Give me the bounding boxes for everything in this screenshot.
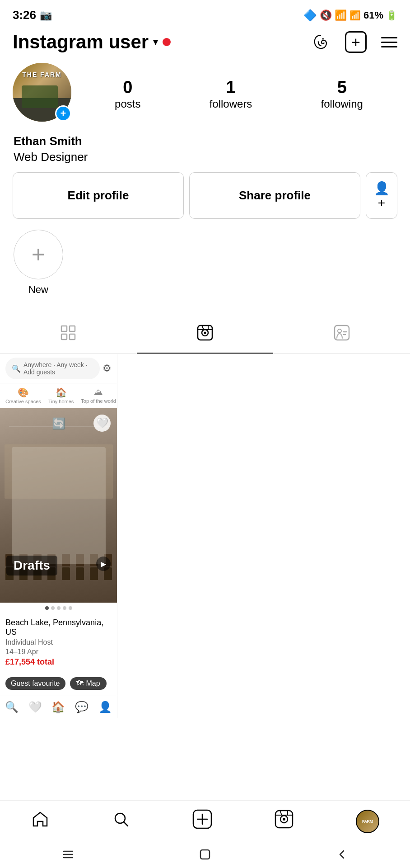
airbnb-messages-icon[interactable]: 💬 — [75, 701, 89, 713]
draft-card: 🔍 Anywhere · Any week · Add guests ⚙ 🎨 C… — [0, 354, 117, 718]
svg-line-14 — [124, 822, 128, 826]
followers-count: 1 — [226, 79, 235, 96]
dot-3 — [57, 606, 61, 610]
svg-line-10 — [202, 326, 204, 330]
airbnb-profile-icon[interactable]: 👤 — [98, 701, 112, 713]
wifi-icon: 📶 — [335, 9, 347, 21]
status-bar: 3:26 📷 🔷 🔇 📶 📶 61% 🔋 — [0, 0, 410, 27]
profile-nav-img: FARM — [362, 819, 373, 824]
header-icons: + — [311, 31, 397, 53]
following-stat[interactable]: 5 following — [321, 79, 363, 110]
svg-rect-27 — [200, 850, 210, 859]
menu-icon[interactable] — [381, 37, 397, 47]
battery-level: 61% — [363, 9, 383, 21]
profile-name: Ethan Smith — [14, 134, 396, 148]
notification-dot — [163, 38, 171, 46]
header: Instagram user ▾ + — [0, 27, 410, 59]
add-person-icon: 👤+ — [371, 181, 392, 210]
highlights-section: + New — [13, 230, 397, 307]
category-top-world[interactable]: ⛰ Top of the world — [81, 387, 116, 404]
pagination-dots — [0, 603, 117, 613]
new-post-icon[interactable]: + — [345, 31, 367, 53]
airbnb-home-icon[interactable]: 🔍 — [5, 701, 19, 713]
draft-info: Beach Lake, Pennsylvania, US Individual … — [0, 613, 117, 672]
draft-dates: 14–19 Apr — [5, 648, 112, 656]
profile-bio: Web Designer — [14, 150, 396, 164]
category-creative-spaces[interactable]: 🎨 Creative spaces — [5, 387, 41, 404]
battery-icon: 🔋 — [386, 10, 397, 21]
posts-label: posts — [115, 98, 140, 110]
bio-section: Ethan Smith Web Designer — [13, 134, 397, 172]
home-nav-icon[interactable] — [31, 810, 50, 833]
airbnb-wishlist-icon[interactable]: 🤍 — [28, 701, 42, 713]
followers-stat[interactable]: 1 followers — [210, 79, 252, 110]
tiny-homes-icon: 🏠 — [56, 387, 67, 398]
dot-1 — [45, 606, 49, 610]
grid-icon — [61, 325, 76, 344]
add-friend-button[interactable]: 👤+ — [366, 172, 397, 219]
profile-top: + 0 posts 1 followers 5 following — [13, 63, 397, 126]
username-title[interactable]: Instagram user — [13, 31, 149, 53]
add-highlight-icon: + — [32, 241, 45, 268]
instagram-bottom-nav: FARM — [0, 800, 410, 841]
new-highlight-label: New — [28, 284, 48, 296]
profile-nav-avatar[interactable]: FARM — [356, 810, 379, 833]
airbnb-search-bar[interactable]: 🔍 Anywhere · Any week · Add guests — [5, 358, 100, 379]
share-profile-button[interactable]: Share profile — [189, 172, 360, 219]
category-tiny-label: Tiny homes — [48, 399, 74, 404]
new-highlight-item[interactable]: + New — [14, 230, 63, 296]
edit-profile-button[interactable]: Edit profile — [13, 172, 184, 219]
svg-point-20 — [283, 818, 285, 821]
dot-2 — [51, 606, 55, 610]
signal-icon: 📶 — [349, 10, 361, 21]
reels-icon — [197, 325, 213, 344]
drafts-label: Drafts — [6, 556, 57, 576]
svg-rect-1 — [61, 326, 67, 331]
header-title-wrap[interactable]: Instagram user ▾ — [13, 31, 171, 53]
tab-grid[interactable] — [0, 316, 137, 354]
add-post-nav-icon[interactable] — [192, 809, 213, 834]
search-nav-icon[interactable] — [112, 810, 130, 833]
android-home-button[interactable] — [199, 848, 211, 861]
android-back-button[interactable] — [335, 848, 348, 861]
status-icons: 🔷 🔇 📶 📶 61% 🔋 — [303, 9, 397, 22]
posts-count: 0 — [123, 79, 132, 96]
threads-icon[interactable] — [311, 32, 331, 52]
airbnb-filter-icon[interactable]: ⚙ — [102, 363, 112, 374]
map-label: Map — [86, 679, 100, 688]
plus-icon: + — [351, 33, 360, 51]
heart-button[interactable]: 🤍 — [93, 415, 111, 432]
posts-stat[interactable]: 0 posts — [115, 79, 140, 110]
avatar-wrap[interactable]: + — [13, 63, 76, 126]
chevron-down-icon[interactable]: ▾ — [153, 36, 158, 48]
bluetooth-icon: 🔷 — [303, 9, 317, 22]
content-area: 🔍 Anywhere · Any week · Add guests ⚙ 🎨 C… — [0, 354, 410, 718]
draft-card-inner: 🔄 — [0, 408, 117, 603]
category-tiny-homes[interactable]: 🏠 Tiny homes — [48, 387, 74, 404]
tab-reels[interactable] — [137, 316, 274, 354]
airbnb-trips-icon[interactable]: 🏠 — [51, 701, 65, 713]
map-badge[interactable]: 🗺 Map — [70, 677, 107, 690]
airbnb-top-bar: 🔍 Anywhere · Any week · Add guests ⚙ — [0, 354, 117, 383]
draft-host: Individual Host — [5, 638, 112, 646]
svg-line-23 — [280, 811, 282, 815]
top-world-icon: ⛰ — [94, 387, 103, 397]
play-button[interactable]: ▶ — [96, 557, 111, 571]
profile-section: + 0 posts 1 followers 5 following Ethan … — [0, 59, 410, 316]
android-nav-bar — [0, 841, 410, 868]
new-highlight-circle[interactable]: + — [14, 230, 63, 279]
svg-point-7 — [204, 332, 206, 334]
airbnb-bottom-nav: 🔍 🤍 🏠 💬 👤 — [0, 695, 117, 718]
android-recent-apps-button[interactable] — [62, 848, 75, 861]
dot-4 — [63, 606, 66, 610]
reels-nav-icon[interactable] — [274, 809, 294, 833]
tagged-icon — [334, 325, 350, 344]
camera-icon: 📷 — [40, 9, 52, 21]
map-icon: 🗺 — [76, 679, 84, 688]
action-buttons: Edit profile Share profile 👤+ — [13, 172, 397, 219]
category-creative-label: Creative spaces — [5, 399, 41, 404]
tab-tagged[interactable] — [273, 316, 410, 354]
creative-spaces-icon: 🎨 — [18, 387, 29, 398]
add-story-badge[interactable]: + — [55, 105, 71, 122]
airbnb-categories: 🎨 Creative spaces 🏠 Tiny homes ⛰ Top of … — [0, 383, 117, 408]
